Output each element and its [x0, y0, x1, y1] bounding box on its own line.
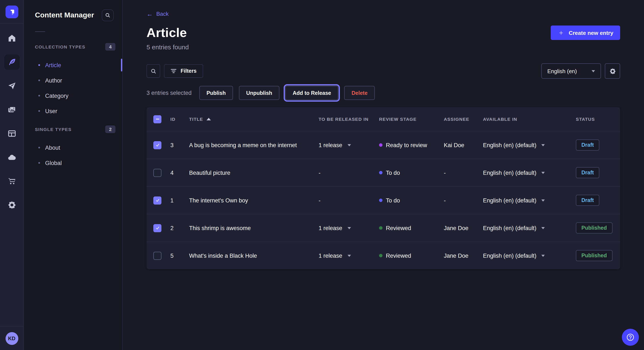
filters-button[interactable]: Filters — [164, 64, 203, 78]
stage-dot-icon — [379, 143, 382, 147]
question-mark-icon — [626, 333, 635, 342]
cloud-icon[interactable] — [4, 150, 20, 165]
unpublish-button[interactable]: Unpublish — [239, 86, 280, 100]
create-new-entry-button[interactable]: ＋ Create new entry — [551, 25, 620, 40]
avatar: KD — [5, 332, 18, 345]
chevron-down-icon — [542, 144, 545, 146]
sidebar-item-user[interactable]: User — [24, 103, 122, 119]
home-icon[interactable] — [4, 31, 20, 46]
cell-assignee: - — [444, 197, 483, 203]
main-content: ← Back Article 5 entries found ＋ Create … — [123, 0, 644, 350]
stage-dot-icon — [379, 226, 382, 230]
chevron-down-icon — [347, 255, 351, 257]
sidebar-item-label: Category — [45, 93, 68, 99]
selection-summary: 3 entries selected — [146, 90, 192, 96]
sidebar-item-article[interactable]: Article — [24, 57, 122, 73]
cell-assignee: Jane Doe — [444, 252, 483, 259]
content-type-builder-icon[interactable] — [4, 126, 20, 141]
cell-review-stage: To do — [379, 170, 444, 176]
column-header-available-in[interactable]: AVAILABLE IN — [483, 117, 576, 122]
plus-icon: ＋ — [558, 29, 564, 36]
column-header-assignee[interactable]: ASSIGNEE — [444, 117, 483, 122]
cell-available-in[interactable]: English (en) (default) — [483, 142, 576, 148]
subnav-search-button[interactable] — [102, 9, 114, 21]
sidebar-item-label: About — [45, 144, 60, 151]
cell-assignee: - — [444, 170, 483, 176]
table-row[interactable]: 3 A bug is becoming a meme on the intern… — [146, 131, 620, 159]
cell-available-in[interactable]: English (en) (default) — [483, 252, 576, 259]
user-menu[interactable]: KD — [0, 326, 24, 350]
cell-available-in[interactable]: English (en) (default) — [483, 197, 576, 203]
row-checkbox[interactable] — [153, 196, 162, 204]
back-label: Back — [156, 11, 169, 17]
delete-button[interactable]: Delete — [344, 86, 375, 100]
single-types-header: SINGLE TYPES 2 — [24, 123, 122, 136]
locale-select[interactable]: English (en) — [541, 63, 601, 79]
bullet-icon — [38, 110, 40, 112]
page-title: Article — [146, 25, 189, 40]
row-checkbox[interactable] — [153, 169, 162, 177]
chevron-down-icon — [542, 227, 545, 229]
media-library-icon[interactable] — [4, 102, 20, 117]
search-button[interactable] — [146, 64, 160, 78]
bullet-icon — [38, 147, 40, 149]
table-row[interactable]: 4 Beautiful picture - To do - English (e… — [146, 159, 620, 186]
app-window: KD Content Manager COLLECTION TYPES 4 Ar… — [0, 0, 644, 350]
column-header-review-stage[interactable]: REVIEW STAGE — [379, 117, 444, 122]
collection-types-count-badge: 4 — [105, 43, 116, 51]
indeterminate-dash-icon — [155, 117, 160, 121]
locale-value: English (en) — [547, 68, 577, 74]
settings-gear-icon[interactable] — [4, 197, 20, 213]
publish-button[interactable]: Publish — [199, 86, 233, 100]
chevron-down-icon — [542, 172, 545, 174]
main-nav-rail: KD — [0, 0, 24, 350]
row-checkbox[interactable] — [153, 224, 162, 232]
view-settings-button[interactable] — [605, 63, 620, 79]
check-icon — [155, 198, 160, 203]
status-badge: Published — [576, 250, 612, 261]
search-icon — [105, 12, 111, 18]
strapi-logo — [5, 5, 18, 18]
sidebar-item-category[interactable]: Category — [24, 88, 122, 103]
status-badge: Draft — [576, 195, 599, 206]
select-all-checkbox[interactable] — [153, 115, 162, 123]
sidebar-item-global[interactable]: Global — [24, 155, 122, 171]
column-header-id[interactable]: ID — [170, 117, 189, 122]
cell-id: 2 — [170, 225, 189, 231]
cell-assignee: Kai Doe — [444, 142, 483, 148]
column-header-status[interactable]: STATUS — [576, 117, 613, 122]
cell-to-be-released-in[interactable]: 1 release — [318, 225, 379, 231]
cell-title: A bug is becoming a meme on the internet — [189, 142, 318, 148]
table-row[interactable]: 1 The internet's Own boy - To do - Engli… — [146, 186, 620, 214]
sidebar-item-label: Article — [45, 62, 61, 68]
column-header-title[interactable]: TITLE — [189, 117, 318, 122]
status-badge: Draft — [576, 140, 599, 151]
create-button-label: Create new entry — [568, 29, 613, 36]
help-button[interactable] — [622, 329, 639, 346]
content-manager-feather-icon[interactable] — [4, 54, 20, 70]
sidebar-item-author[interactable]: Author — [24, 73, 122, 88]
workspace-logo-button[interactable] — [0, 0, 24, 24]
row-checkbox[interactable] — [153, 252, 162, 260]
sort-ascending-icon — [206, 118, 210, 120]
send-plane-icon[interactable] — [4, 78, 20, 94]
subnav-divider — [35, 31, 45, 32]
stage-dot-icon — [379, 199, 382, 202]
table-row[interactable]: 2 This shrimp is awesome 1 release Revie… — [146, 214, 620, 242]
row-checkbox[interactable] — [153, 141, 162, 149]
cell-title: Beautiful picture — [189, 170, 318, 176]
cell-to-be-released-in[interactable]: 1 release — [318, 252, 379, 259]
back-link[interactable]: ← Back — [146, 11, 169, 17]
sidebar-item-about[interactable]: About — [24, 140, 122, 155]
cell-available-in[interactable]: English (en) (default) — [483, 225, 576, 231]
cell-available-in[interactable]: English (en) (default) — [483, 170, 576, 176]
marketplace-cart-icon[interactable] — [4, 174, 20, 189]
stage-dot-icon — [379, 171, 382, 174]
cell-assignee: Jane Doe — [444, 225, 483, 231]
table-row[interactable]: 5 What's inside a Black Hole 1 release R… — [146, 242, 620, 269]
column-header-to-be-released-in[interactable]: TO BE RELEASED IN — [318, 117, 379, 122]
sidebar-item-label: User — [45, 108, 57, 114]
add-to-release-button[interactable]: Add to Release — [285, 86, 338, 100]
content-manager-subnav: Content Manager COLLECTION TYPES 4 Artic… — [24, 0, 123, 350]
cell-to-be-released-in[interactable]: 1 release — [318, 142, 379, 148]
